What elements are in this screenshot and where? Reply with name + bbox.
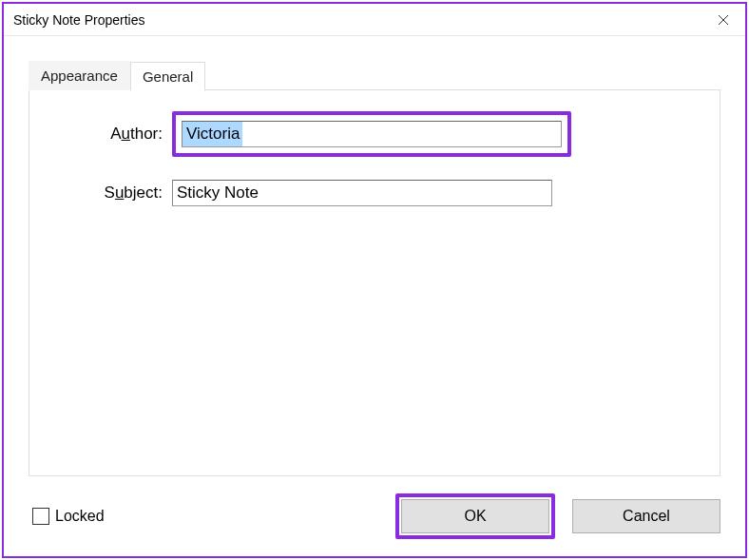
ok-button[interactable]: OK: [401, 499, 549, 533]
tab-strip: Appearance General: [29, 61, 720, 90]
author-row: Author:: [48, 111, 701, 157]
dialog-buttons: OK Cancel: [395, 493, 720, 539]
general-panel: Author: Subject:: [29, 89, 720, 476]
ok-button-highlight: OK: [395, 493, 555, 539]
subject-input[interactable]: [172, 180, 552, 206]
tab-appearance[interactable]: Appearance: [29, 61, 130, 90]
close-button[interactable]: [701, 4, 745, 36]
locked-checkbox[interactable]: [32, 508, 49, 525]
subject-input-wrap: [172, 180, 552, 206]
subject-row: Subject:: [48, 180, 701, 206]
locked-group[interactable]: Locked: [29, 508, 105, 525]
locked-label: Locked: [55, 508, 105, 525]
subject-label: Subject:: [48, 183, 172, 203]
properties-dialog: Sticky Note Properties Appearance Genera…: [2, 2, 747, 558]
author-input-highlight: [172, 111, 571, 157]
bottom-bar: Locked OK Cancel: [29, 476, 720, 539]
window-title: Sticky Note Properties: [13, 12, 145, 28]
tab-general[interactable]: General: [130, 62, 205, 91]
author-input[interactable]: [182, 121, 562, 147]
dialog-content: Appearance General Author: Subject:: [4, 36, 745, 556]
cancel-button[interactable]: Cancel: [572, 499, 720, 533]
titlebar: Sticky Note Properties: [4, 4, 745, 36]
author-label: Author:: [48, 125, 172, 144]
close-icon: [718, 14, 729, 26]
